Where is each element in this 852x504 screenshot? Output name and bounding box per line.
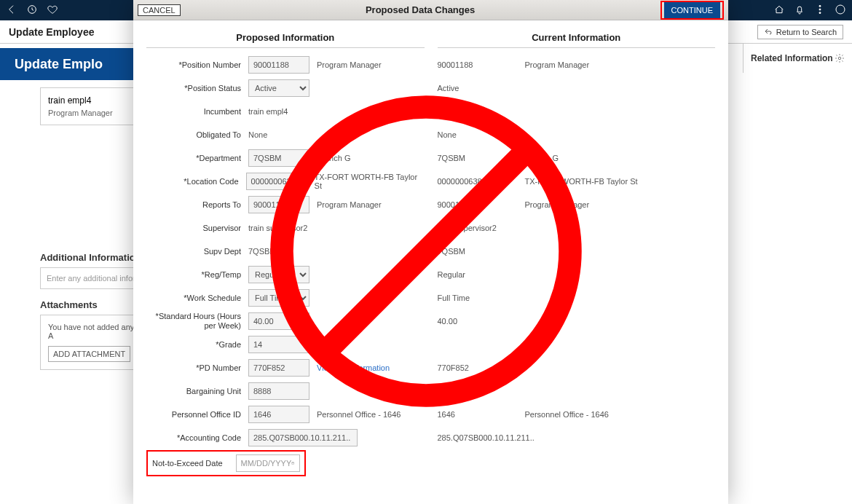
attachments-panel: You have not added any A ADD ATTACHMENT [40,315,146,370]
bargaining-unit-input[interactable]: 8888 [248,382,309,400]
proposed-changes-modal: CANCEL Proposed Data Changes CONTINUE Pr… [133,0,728,504]
proposed-column: Proposed Information *Position Number900… [146,28,425,504]
employee-name: train empl4 [48,95,145,106]
bell-icon[interactable] [794,4,805,17]
personnel-office-input[interactable]: 1646 [248,406,309,423]
proposed-header: Proposed Information [146,28,425,48]
department-input[interactable]: 7QSBM [248,149,309,167]
view-pd-link[interactable]: View PD Information [309,363,390,372]
employee-title: Program Manager [48,109,145,117]
nte-highlight: Not-to-Exceed Date MM/DD/YYYY [146,450,306,476]
nte-date-input[interactable]: MM/DD/YYYY [236,454,300,472]
back-icon[interactable] [6,4,17,17]
calendar-icon[interactable] [291,458,294,468]
position-status-select[interactable]: Active [248,79,309,97]
svg-point-5 [838,57,841,60]
svg-point-4 [836,5,845,14]
home-icon[interactable] [773,4,785,17]
svg-point-2 [819,9,821,10]
page-title: Update Employee [9,26,94,38]
pd-number-input[interactable]: 770F852 [248,359,309,377]
svg-point-3 [819,12,821,13]
accounting-code-input[interactable]: 285.Q07SB000.10.11.211.. [248,429,358,446]
current-column: Current Information 90001188Program Mana… [438,28,716,504]
continue-highlight: CONTINUE [660,1,724,20]
reg-temp-select[interactable]: Regular [248,266,309,283]
reports-to-input[interactable]: 90001192 [248,196,309,213]
svg-point-1 [819,5,821,7]
grade-input[interactable]: 14 [248,336,309,353]
return-to-search-button[interactable]: Return to Search [757,25,843,39]
modal-title: Proposed Data Changes [366,4,475,15]
add-attachment-button[interactable]: ADD ATTACHMENT [48,346,130,362]
gear-icon[interactable] [835,53,845,63]
menu-dots-icon[interactable] [814,4,826,17]
current-header: Current Information [438,28,716,48]
continue-button[interactable]: CONTINUE [664,2,720,18]
work-schedule-select[interactable]: Full Time [248,289,309,307]
cancel-button[interactable]: CANCEL [138,4,181,16]
additional-info-input[interactable]: Enter any additional infor [40,267,146,289]
favorite-icon[interactable] [47,4,58,17]
related-info-panel: Related Information [743,44,852,73]
svg-rect-6 [292,462,294,465]
recent-icon[interactable] [26,4,38,17]
position-number-input[interactable]: 90001188 [248,56,309,74]
standard-hours-input[interactable]: 40.00 [248,312,309,330]
help-icon[interactable] [835,4,846,17]
location-input[interactable]: 0000000638 [246,173,307,190]
